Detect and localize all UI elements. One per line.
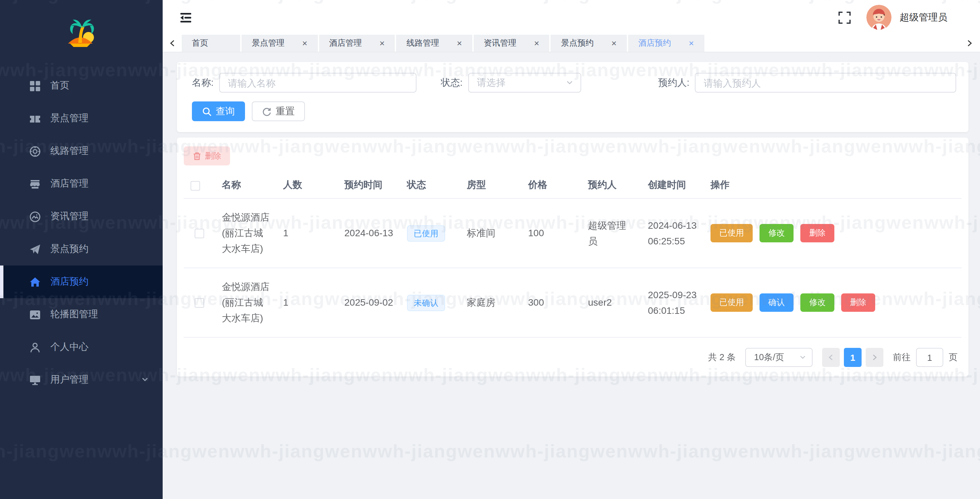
sidebar-item-profile[interactable]: 个人中心 bbox=[0, 331, 163, 363]
sidebar-item-news-mgmt[interactable]: 资讯管理 bbox=[0, 200, 163, 233]
page-size-value: 10条/页 bbox=[754, 351, 784, 363]
grid-icon bbox=[29, 80, 41, 92]
cell-people: 1 bbox=[276, 268, 337, 337]
sidebar-item-label: 景点预约 bbox=[50, 243, 89, 255]
reset-button[interactable]: 重置 bbox=[252, 101, 305, 121]
confirm-button[interactable]: 确认 bbox=[759, 293, 794, 312]
cell-reserver: 超级管理员 bbox=[581, 198, 641, 268]
row-actions: 已使用 确认 修改 删除 bbox=[711, 293, 955, 312]
reserver-filter-input[interactable] bbox=[695, 73, 956, 92]
user-icon bbox=[29, 341, 41, 353]
table-row: 金悦源酒店(丽江古城大水车店) 1 2024-06-13 已使用 标准间 100… bbox=[184, 198, 962, 268]
tab-home[interactable]: 首页 bbox=[182, 35, 240, 52]
page-content: 名称: 状态: 请选择 预约人: bbox=[163, 53, 980, 499]
cell-name: 金悦源酒店(丽江古城大水车店) bbox=[215, 198, 276, 268]
select-all-checkbox[interactable] bbox=[191, 181, 200, 191]
prev-page-button[interactable] bbox=[822, 348, 840, 367]
tab-route-mgmt[interactable]: 线路管理 × bbox=[396, 35, 472, 52]
sidebar-item-label: 景点管理 bbox=[50, 112, 89, 124]
goto-group: 前往 页 bbox=[893, 348, 958, 367]
col-people: 人数 bbox=[276, 175, 337, 198]
sidebar-item-label: 用户管理 bbox=[50, 374, 89, 386]
table-row: 金悦源酒店(丽江古城大水车店) 1 2025-09-02 未确认 家庭房 300… bbox=[184, 268, 962, 337]
sidebar-collapse-icon[interactable] bbox=[179, 11, 192, 24]
reset-button-label: 重置 bbox=[275, 105, 295, 118]
sidebar-item-scenic-mgmt[interactable]: 景点管理 bbox=[0, 102, 163, 135]
top-header: 超级管理员 bbox=[163, 0, 980, 35]
cell-price: 300 bbox=[521, 268, 581, 337]
sidebar-item-route-mgmt[interactable]: 线路管理 bbox=[0, 135, 163, 167]
edit-button[interactable]: 修改 bbox=[800, 293, 834, 312]
status-filter-select[interactable]: 请选择 bbox=[468, 73, 581, 92]
page-size-select[interactable]: 10条/页 bbox=[745, 348, 813, 367]
tab-close-icon[interactable]: × bbox=[611, 39, 617, 48]
sidebar-item-label: 酒店管理 bbox=[50, 178, 89, 190]
sidebar-item-hotel-mgmt[interactable]: 酒店管理 bbox=[0, 167, 163, 200]
tab-hotel-mgmt[interactable]: 酒店管理 × bbox=[319, 35, 395, 52]
carousel-icon bbox=[29, 308, 41, 320]
page-number-button[interactable]: 1 bbox=[844, 348, 862, 367]
next-page-button[interactable] bbox=[865, 348, 883, 367]
col-time: 预约时间 bbox=[337, 175, 400, 198]
tab-label: 资讯管理 bbox=[484, 37, 517, 49]
news-icon bbox=[29, 210, 41, 223]
delete-button[interactable]: 删除 bbox=[800, 224, 834, 242]
ticket-icon bbox=[29, 112, 41, 124]
search-icon bbox=[202, 107, 212, 116]
col-status: 状态 bbox=[400, 175, 460, 198]
used-button[interactable]: 已使用 bbox=[711, 224, 753, 242]
goto-label: 前往 bbox=[893, 351, 911, 363]
app-logo bbox=[0, 0, 163, 68]
tabs-scroll-left-icon[interactable] bbox=[163, 35, 182, 52]
tab-hotel-booking[interactable]: 酒店预约 × bbox=[628, 35, 704, 52]
chevron-down-icon bbox=[799, 352, 807, 362]
cell-name: 金悦源酒店(丽江古城大水车店) bbox=[215, 268, 276, 337]
app-window: 首页 景点管理 线路管理 酒店管理 bbox=[0, 0, 980, 499]
username-label[interactable]: 超级管理员 bbox=[900, 11, 947, 24]
tabs-scroll-right-icon[interactable] bbox=[959, 35, 978, 52]
cell-created: 2024-06-13 06:25:55 bbox=[641, 198, 704, 268]
goto-page-input[interactable] bbox=[916, 348, 943, 367]
col-name: 名称 bbox=[215, 175, 276, 198]
sidebar-item-scenic-booking[interactable]: 景点预约 bbox=[0, 233, 163, 266]
tab-news-mgmt[interactable]: 资讯管理 × bbox=[474, 35, 550, 52]
row-checkbox[interactable] bbox=[195, 229, 204, 239]
edit-button[interactable]: 修改 bbox=[759, 224, 794, 242]
pagination: 共 2 条 10条/页 1 bbox=[184, 338, 962, 371]
delete-button[interactable]: 删除 bbox=[841, 293, 875, 312]
tab-close-icon[interactable]: × bbox=[689, 39, 694, 48]
chevron-down-icon bbox=[566, 77, 574, 89]
tab-label: 景点预约 bbox=[561, 37, 594, 49]
tab-label: 景点管理 bbox=[252, 37, 285, 49]
tab-scenic-mgmt[interactable]: 景点管理 × bbox=[242, 35, 318, 52]
search-button-label: 查询 bbox=[216, 105, 235, 118]
user-avatar[interactable] bbox=[866, 5, 891, 30]
sidebar-item-hotel-booking[interactable]: 酒店预约 bbox=[0, 266, 163, 298]
bookings-table: 名称 人数 预约时间 状态 房型 价格 预约人 创建时间 操作 bbox=[184, 175, 962, 338]
tab-label: 首页 bbox=[192, 37, 208, 49]
status-select-placeholder: 请选择 bbox=[477, 77, 506, 89]
shop-icon bbox=[29, 178, 41, 190]
tab-close-icon[interactable]: × bbox=[534, 39, 539, 48]
sidebar-item-home[interactable]: 首页 bbox=[0, 69, 163, 102]
tabs-strip: 首页 景点管理 × 酒店管理 × 线路管理 × 资讯管理 × bbox=[182, 35, 704, 52]
sidebar-item-user-mgmt[interactable]: 用户管理 bbox=[0, 363, 163, 396]
row-checkbox[interactable] bbox=[195, 298, 204, 308]
tab-close-icon[interactable]: × bbox=[379, 39, 385, 48]
refresh-icon bbox=[262, 107, 272, 116]
tab-close-icon[interactable]: × bbox=[457, 39, 462, 48]
tab-close-icon[interactable]: × bbox=[302, 39, 307, 48]
tab-scenic-booking[interactable]: 景点预约 × bbox=[551, 35, 627, 52]
name-filter-input[interactable] bbox=[219, 73, 417, 92]
used-button[interactable]: 已使用 bbox=[711, 293, 753, 312]
search-button[interactable]: 查询 bbox=[192, 101, 245, 121]
sidebar-item-label: 资讯管理 bbox=[50, 210, 89, 223]
bulk-delete-button[interactable]: 删除 bbox=[184, 147, 230, 166]
paper-plane-icon bbox=[29, 243, 41, 255]
sidebar-item-label: 线路管理 bbox=[50, 145, 89, 157]
fullscreen-icon[interactable] bbox=[838, 11, 851, 24]
col-price: 价格 bbox=[521, 175, 581, 198]
cell-room: 标准间 bbox=[460, 198, 521, 268]
sidebar-item-carousel-mgmt[interactable]: 轮播图管理 bbox=[0, 298, 163, 331]
main-area: 超级管理员 首页 景点管理 × 酒店管理 × 线路管理 bbox=[163, 0, 980, 499]
